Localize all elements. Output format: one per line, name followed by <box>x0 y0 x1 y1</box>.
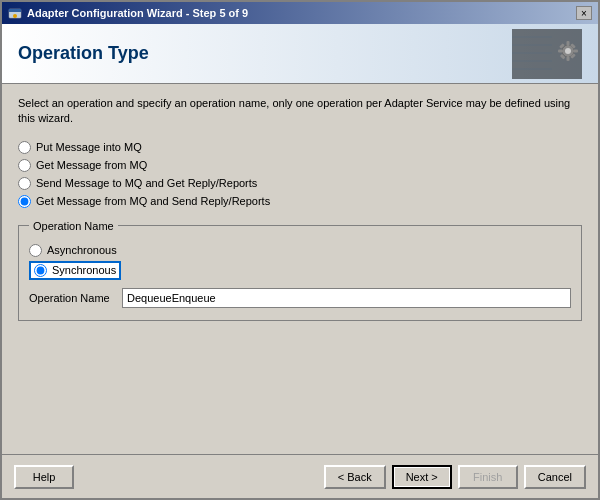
fieldset-legend: Operation Name <box>29 220 118 232</box>
radio-send-message[interactable] <box>18 177 31 190</box>
radio-get-send-message[interactable] <box>18 195 31 208</box>
footer-left: Help <box>14 465 74 489</box>
svg-rect-1 <box>9 9 21 12</box>
async-label: Asynchronous <box>47 244 117 256</box>
sync-type-group: Asynchronous Synchronous <box>29 244 571 280</box>
window-icon <box>8 6 22 20</box>
radio-option-get-send: Get Message from MQ and Send Reply/Repor… <box>18 195 582 208</box>
sync-highlight: Synchronous <box>29 261 121 280</box>
radio-get-send-label: Get Message from MQ and Send Reply/Repor… <box>36 195 270 207</box>
op-name-row: Operation Name <box>29 288 571 308</box>
svg-point-2 <box>13 14 17 18</box>
svg-rect-9 <box>573 49 578 52</box>
radio-option-send: Send Message to MQ and Get Reply/Reports <box>18 177 582 190</box>
help-button[interactable]: Help <box>14 465 74 489</box>
footer-right: < Back Next > Finish Cancel <box>324 465 586 489</box>
radio-send-label: Send Message to MQ and Get Reply/Reports <box>36 177 257 189</box>
svg-point-5 <box>565 48 571 54</box>
radio-put-label: Put Message into MQ <box>36 141 142 153</box>
next-button[interactable]: Next > <box>392 465 452 489</box>
sync-label: Synchronous <box>52 264 116 276</box>
header-icon-area <box>512 29 582 79</box>
radio-option-get: Get Message from MQ <box>18 159 582 172</box>
async-option: Asynchronous <box>29 244 571 257</box>
cancel-button[interactable]: Cancel <box>524 465 586 489</box>
header-title: Operation Type <box>18 43 149 64</box>
radio-get-label: Get Message from MQ <box>36 159 147 171</box>
operation-name-fieldset: Operation Name Asynchronous Synchronous … <box>18 220 582 321</box>
radio-get-message[interactable] <box>18 159 31 172</box>
title-bar: Adapter Configuration Wizard - Step 5 of… <box>2 2 598 24</box>
sync-option: Synchronous <box>29 261 571 280</box>
finish-button: Finish <box>458 465 518 489</box>
back-button[interactable]: < Back <box>324 465 386 489</box>
svg-rect-6 <box>567 41 570 46</box>
svg-rect-8 <box>558 49 563 52</box>
content-area: Select an operation and specify an opera… <box>2 84 598 454</box>
radio-put-message[interactable] <box>18 141 31 154</box>
radio-option-put: Put Message into MQ <box>18 141 582 154</box>
close-button[interactable]: × <box>576 6 592 20</box>
header-decoration <box>512 29 582 79</box>
footer: Help < Back Next > Finish Cancel <box>2 454 598 498</box>
operation-type-group: Put Message into MQ Get Message from MQ … <box>18 141 582 208</box>
main-window: Adapter Configuration Wizard - Step 5 of… <box>0 0 600 500</box>
description-text: Select an operation and specify an opera… <box>18 96 582 127</box>
header-banner: Operation Type <box>2 24 598 84</box>
op-name-label: Operation Name <box>29 292 114 304</box>
op-name-input[interactable] <box>122 288 571 308</box>
radio-sync[interactable] <box>34 264 47 277</box>
svg-rect-7 <box>567 56 570 61</box>
title-bar-text: Adapter Configuration Wizard - Step 5 of… <box>8 6 248 20</box>
radio-async[interactable] <box>29 244 42 257</box>
